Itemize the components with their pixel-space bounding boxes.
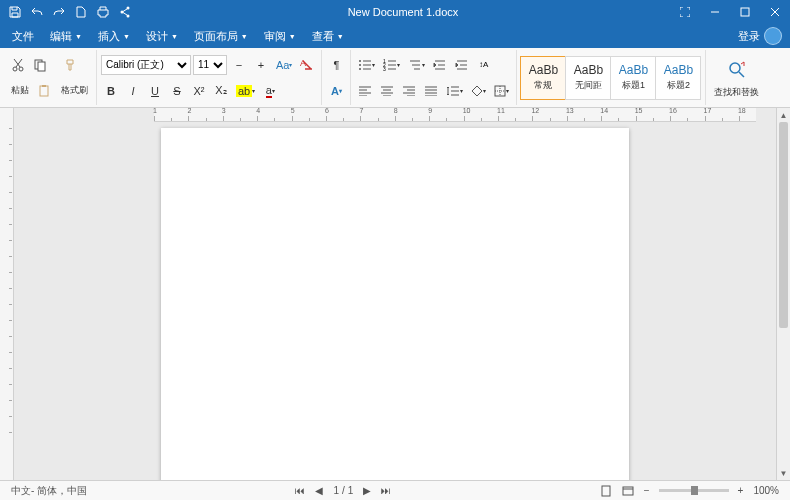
language-status[interactable]: 中文- 简体，中国 <box>6 484 92 498</box>
fullscreen-icon[interactable] <box>670 0 700 24</box>
align-right-button[interactable] <box>399 81 419 101</box>
chevron-down-icon: ▼ <box>123 33 130 40</box>
find-replace-label: 查找和替换 <box>714 86 759 99</box>
decrease-indent-button[interactable] <box>430 55 450 75</box>
copy-button[interactable] <box>30 55 50 75</box>
subscript-button[interactable]: X₂ <box>211 81 231 101</box>
document-page[interactable] <box>161 128 629 480</box>
change-case-button[interactable]: Aa▾ <box>273 55 295 75</box>
style-heading1[interactable]: AaBb 标题1 <box>610 56 656 100</box>
horizontal-ruler[interactable] <box>154 108 756 122</box>
multilevel-list-button[interactable]: ▾ <box>405 55 428 75</box>
superscript-button[interactable]: X² <box>189 81 209 101</box>
align-center-button[interactable] <box>377 81 397 101</box>
shading-button[interactable]: ▾ <box>468 81 489 101</box>
redo-icon[interactable] <box>48 0 70 24</box>
bullets-button[interactable]: ▾ <box>355 55 378 75</box>
menubar: 文件 编辑▼ 插入▼ 设计▼ 页面布局▼ 审阅▼ 查看▼ 登录 <box>0 24 790 48</box>
strikethrough-button[interactable]: S <box>167 81 187 101</box>
statusbar: 中文- 简体，中国 ⏮ ◀ 1/1 ▶ ⏭ − + 100% <box>0 480 790 500</box>
scroll-thumb[interactable] <box>779 122 788 328</box>
chevron-down-icon: ▼ <box>75 33 82 40</box>
scroll-up-icon[interactable]: ▲ <box>777 108 790 122</box>
paste-button[interactable]: 粘贴 <box>8 81 32 101</box>
view-web-layout-button[interactable] <box>617 485 639 497</box>
style-normal[interactable]: AaBb 常规 <box>520 56 566 100</box>
menu-page-layout[interactable]: 页面布局▼ <box>186 24 256 48</box>
font-size-combo[interactable]: 11 <box>193 55 227 75</box>
underline-button[interactable]: U <box>145 81 165 101</box>
increase-indent-button[interactable] <box>452 55 472 75</box>
login-label: 登录 <box>738 29 760 44</box>
share-icon[interactable] <box>114 0 136 24</box>
save-icon[interactable] <box>4 0 26 24</box>
new-doc-icon[interactable] <box>70 0 92 24</box>
svg-point-19 <box>730 63 740 73</box>
document-viewport[interactable] <box>14 108 776 480</box>
clear-format-button[interactable]: A <box>297 55 317 75</box>
svg-rect-9 <box>42 85 46 87</box>
first-page-button[interactable]: ⏮ <box>290 485 310 496</box>
menu-edit[interactable]: 编辑▼ <box>42 24 90 48</box>
view-print-layout-button[interactable] <box>595 485 617 497</box>
italic-button[interactable]: I <box>123 81 143 101</box>
menu-design[interactable]: 设计▼ <box>138 24 186 48</box>
align-left-button[interactable] <box>355 81 375 101</box>
scroll-down-icon[interactable]: ▼ <box>777 466 790 480</box>
chevron-down-icon: ▼ <box>337 33 344 40</box>
svg-rect-8 <box>40 86 48 96</box>
vertical-ruler[interactable] <box>0 108 14 480</box>
ribbon: 粘贴 格式刷 Calibri (正文) 11 − + Aa▾ A B I U S… <box>0 48 790 108</box>
shrink-font-button[interactable]: − <box>229 55 249 75</box>
maximize-icon[interactable] <box>730 0 760 24</box>
menu-review[interactable]: 审阅▼ <box>256 24 304 48</box>
minimize-icon[interactable] <box>700 0 730 24</box>
svg-point-13 <box>359 68 361 70</box>
bold-button[interactable]: B <box>101 81 121 101</box>
zoom-level[interactable]: 100% <box>748 485 784 496</box>
numbering-button[interactable]: 123▾ <box>380 55 403 75</box>
style-heading2[interactable]: AaBb 标题2 <box>655 56 701 100</box>
svg-point-12 <box>359 64 361 66</box>
style-no-spacing[interactable]: AaBb 无间距 <box>565 56 611 100</box>
svg-point-5 <box>19 67 23 71</box>
zoom-out-button[interactable]: − <box>639 485 655 496</box>
window-title: New Document 1.docx <box>136 6 670 18</box>
find-replace-group: 查找和替换 <box>706 50 767 105</box>
text-direction-button[interactable]: ↕A <box>474 55 494 75</box>
menu-view[interactable]: 查看▼ <box>304 24 352 48</box>
paragraph-group: ▾ 123▾ ▾ ↕A ▾ ▾ ▾ <box>351 50 517 105</box>
paste-dropdown-button[interactable] <box>34 81 54 101</box>
font-family-combo[interactable]: Calibri (正文) <box>101 55 191 75</box>
svg-text:A: A <box>300 58 306 68</box>
undo-icon[interactable] <box>26 0 48 24</box>
prev-page-button[interactable]: ◀ <box>310 485 328 496</box>
pilcrow-button[interactable]: ¶ <box>326 55 346 75</box>
vertical-scrollbar[interactable]: ▲ ▼ <box>776 108 790 480</box>
align-justify-button[interactable] <box>421 81 441 101</box>
page-indicator[interactable]: 1/1 <box>328 485 358 496</box>
next-page-button[interactable]: ▶ <box>358 485 376 496</box>
window-controls <box>670 0 790 24</box>
zoom-slider[interactable] <box>659 489 729 492</box>
svg-rect-20 <box>602 486 610 496</box>
text-effects-button[interactable]: A▾ <box>326 81 346 101</box>
zoom-in-button[interactable]: + <box>733 485 749 496</box>
find-replace-button[interactable] <box>724 56 750 84</box>
menu-file[interactable]: 文件 <box>4 24 42 48</box>
last-page-button[interactable]: ⏭ <box>376 485 396 496</box>
grow-font-button[interactable]: + <box>251 55 271 75</box>
svg-point-4 <box>13 67 17 71</box>
format-painter-button[interactable] <box>52 55 88 75</box>
borders-button[interactable]: ▾ <box>491 81 512 101</box>
cut-button[interactable] <box>8 55 28 75</box>
format-painter-label[interactable]: 格式刷 <box>56 81 92 101</box>
close-icon[interactable] <box>760 0 790 24</box>
font-color-button[interactable]: a▾ <box>260 81 280 101</box>
highlight-button[interactable]: ab▾ <box>233 81 258 101</box>
login-button[interactable]: 登录 <box>738 27 786 45</box>
line-spacing-button[interactable]: ▾ <box>443 81 466 101</box>
menu-insert[interactable]: 插入▼ <box>90 24 138 48</box>
print-icon[interactable] <box>92 0 114 24</box>
editor-area: L ▲ ▼ <box>0 108 790 480</box>
